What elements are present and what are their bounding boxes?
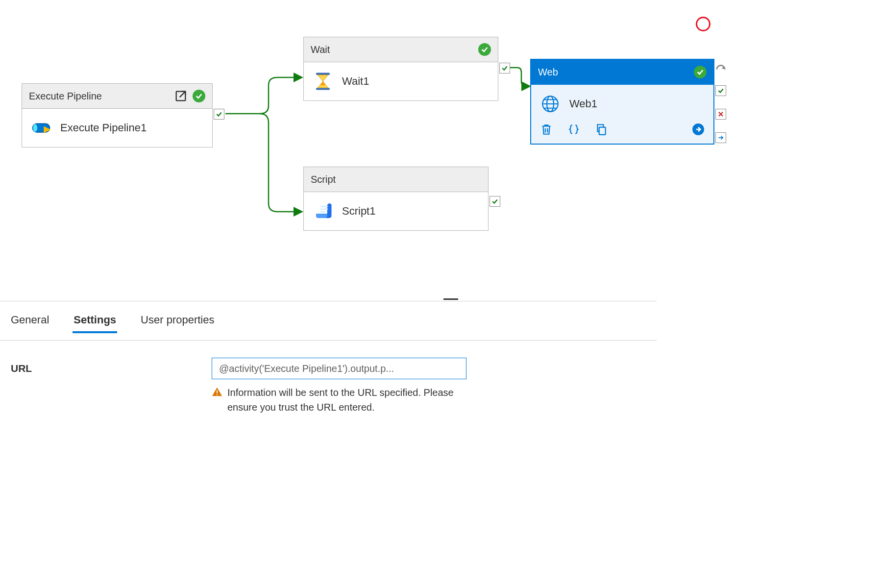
status-success-icon	[478, 43, 491, 56]
url-input[interactable]: @activity('Execute Pipeline1').output.p.…	[212, 358, 466, 379]
script-icon	[313, 201, 333, 221]
activity-execute-pipeline[interactable]: Execute Pipeline Execute Pipeli	[22, 83, 213, 147]
activity-name: Script1	[342, 205, 375, 218]
activity-type-label: Execute Pipeline	[29, 91, 169, 102]
success-output-port[interactable]	[499, 63, 510, 74]
panel-resize-handle[interactable]	[443, 298, 458, 300]
tab-settings[interactable]: Settings	[73, 309, 117, 333]
properties-tabs: General Settings User properties	[10, 309, 215, 333]
url-warning: Information will be sent to the URL spec…	[212, 385, 457, 415]
svg-rect-14	[217, 394, 218, 395]
on-fail-port[interactable]	[715, 109, 726, 120]
activity-web[interactable]: Web Web1	[530, 59, 714, 145]
activity-type-label: Web	[538, 67, 689, 78]
svg-rect-7	[320, 209, 328, 210]
success-output-port[interactable]	[490, 196, 500, 207]
svg-rect-8	[320, 211, 326, 212]
activity-script[interactable]: Script Script1	[303, 167, 489, 231]
success-output-port[interactable]	[214, 109, 224, 120]
status-success-icon	[193, 90, 205, 102]
activity-wait[interactable]: Wait Wait1	[303, 37, 498, 101]
copy-icon[interactable]	[595, 123, 608, 136]
activity-type-label: Script	[311, 174, 481, 185]
open-external-icon[interactable]	[174, 89, 188, 103]
svg-rect-4	[316, 73, 330, 75]
tabs-underline	[0, 340, 657, 341]
run-arrow-icon[interactable]	[692, 123, 705, 136]
activity-name: Web1	[569, 98, 597, 110]
tab-general[interactable]: General	[10, 309, 50, 333]
on-success-port[interactable]	[715, 85, 726, 96]
globe-icon	[540, 94, 561, 114]
pipeline-icon	[31, 118, 51, 138]
panel-divider	[0, 301, 657, 301]
hourglass-icon	[313, 71, 333, 92]
on-completion-port[interactable]	[715, 132, 726, 143]
code-braces-icon[interactable]	[567, 123, 580, 136]
svg-rect-6	[320, 206, 328, 207]
svg-rect-5	[316, 88, 330, 90]
warning-icon	[212, 387, 222, 397]
svg-rect-13	[217, 390, 218, 393]
status-success-icon	[694, 66, 707, 78]
tab-user-properties[interactable]: User properties	[140, 309, 215, 333]
activity-name: Execute Pipeline1	[60, 122, 147, 134]
annotation-circle	[696, 17, 710, 31]
activity-name: Wait1	[342, 75, 369, 88]
activity-deactivate-icon[interactable]	[715, 63, 726, 74]
pipeline-canvas[interactable]: Execute Pipeline Execute Pipeli	[0, 0, 882, 299]
svg-point-3	[33, 124, 37, 132]
url-warning-text: Information will be sent to the URL spec…	[227, 385, 457, 415]
svg-rect-11	[599, 127, 606, 135]
activity-type-label: Wait	[311, 44, 473, 55]
url-label: URL	[11, 358, 158, 374]
delete-icon[interactable]	[540, 123, 553, 136]
settings-url-row: URL @activity('Execute Pipeline1').outpu…	[11, 358, 471, 415]
